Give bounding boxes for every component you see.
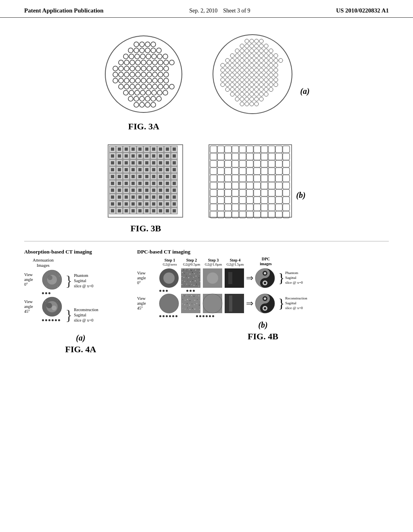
svg-rect-356 xyxy=(173,189,176,192)
fig4b-r1-img3 xyxy=(202,268,223,288)
svg-point-176 xyxy=(221,83,225,87)
svg-point-23 xyxy=(141,60,146,65)
fig4a-view0-label: Viewangle0° xyxy=(24,272,40,287)
svg-rect-482 xyxy=(275,182,282,189)
fig4a-view45-image xyxy=(42,297,62,317)
fig4a-recon-label: ReconstructionSagittalslice @ x=0 xyxy=(74,307,98,323)
svg-point-79 xyxy=(140,96,144,101)
svg-point-80 xyxy=(145,96,150,101)
svg-rect-352 xyxy=(159,189,162,192)
fig4a-title: Absorption-based CT imaging xyxy=(24,249,137,255)
svg-rect-565 xyxy=(198,269,198,270)
fig4b-r2-img2 xyxy=(181,293,201,314)
svg-rect-567 xyxy=(182,272,183,273)
svg-rect-454 xyxy=(232,168,239,175)
svg-rect-514 xyxy=(268,204,275,211)
svg-point-169 xyxy=(245,78,249,82)
svg-point-35 xyxy=(147,66,152,71)
svg-point-19 xyxy=(119,60,123,65)
header-right: US 2010/0220832 A1 xyxy=(336,7,389,14)
svg-rect-308 xyxy=(145,175,148,178)
svg-rect-615 xyxy=(189,296,190,297)
svg-rect-288 xyxy=(145,168,148,171)
svg-point-182 xyxy=(250,83,254,87)
svg-rect-417 xyxy=(209,145,292,217)
svg-rect-260 xyxy=(118,161,121,164)
svg-point-120 xyxy=(245,58,249,62)
fig4a-brace-top: } xyxy=(65,274,72,288)
fig3b-right-diagram: (b) xyxy=(208,144,305,218)
svg-rect-501 xyxy=(254,197,261,204)
svg-point-199 xyxy=(235,92,239,96)
svg-rect-420 xyxy=(225,146,232,153)
svg-point-161 xyxy=(264,73,268,77)
svg-rect-264 xyxy=(131,161,135,164)
svg-rect-274 xyxy=(166,161,169,164)
svg-point-545 xyxy=(46,303,52,308)
svg-rect-398 xyxy=(111,209,114,212)
svg-point-111 xyxy=(254,54,259,58)
svg-rect-631 xyxy=(189,305,190,305)
svg-rect-468 xyxy=(254,175,261,182)
fig4b-arrow2: ⇒ xyxy=(246,298,253,309)
svg-point-121 xyxy=(250,58,254,62)
svg-rect-220 xyxy=(118,148,121,151)
svg-point-53 xyxy=(136,78,140,83)
fig4b-dots2 xyxy=(159,315,389,317)
fig4a-paren: (a) xyxy=(24,333,137,343)
fig3b-left-svg: // Will be rendered as static SVG patter… xyxy=(107,144,184,218)
svg-rect-346 xyxy=(138,189,142,192)
svg-point-201 xyxy=(245,92,249,96)
svg-point-533 xyxy=(52,280,56,284)
svg-rect-465 xyxy=(232,175,239,182)
svg-rect-475 xyxy=(225,182,232,189)
svg-point-87 xyxy=(213,35,292,114)
svg-rect-504 xyxy=(275,197,282,204)
svg-point-113 xyxy=(264,54,268,58)
svg-point-94 xyxy=(250,44,254,48)
svg-rect-573 xyxy=(197,272,198,273)
svg-point-62 xyxy=(136,84,140,89)
svg-rect-562 xyxy=(191,270,192,271)
svg-rect-627 xyxy=(199,300,200,301)
svg-point-69 xyxy=(123,90,128,95)
svg-rect-502 xyxy=(261,197,268,204)
svg-point-51 xyxy=(124,78,129,83)
svg-point-115 xyxy=(274,54,278,58)
svg-point-196 xyxy=(264,87,268,91)
svg-point-49 xyxy=(113,78,118,83)
svg-rect-512 xyxy=(254,204,261,211)
svg-rect-633 xyxy=(194,304,195,305)
svg-rect-416 xyxy=(173,209,176,212)
svg-rect-402 xyxy=(125,209,128,212)
svg-point-81 xyxy=(151,96,156,101)
svg-rect-340 xyxy=(118,189,121,192)
svg-point-82 xyxy=(156,96,161,101)
svg-rect-312 xyxy=(159,175,162,178)
svg-point-12 xyxy=(129,54,134,59)
svg-rect-471 xyxy=(275,175,282,182)
svg-point-39 xyxy=(113,72,118,77)
svg-rect-358 xyxy=(111,195,114,199)
fig4b-r2-img3 xyxy=(202,293,223,314)
svg-point-143 xyxy=(235,68,239,72)
svg-point-600 xyxy=(207,272,218,284)
svg-rect-647 xyxy=(229,295,232,312)
svg-rect-437 xyxy=(268,153,275,160)
svg-rect-576 xyxy=(184,277,184,278)
svg-point-135 xyxy=(254,63,259,67)
fig4a-brace-bottom: } xyxy=(65,308,72,322)
fig4a-view0-image xyxy=(42,270,62,290)
svg-point-160 xyxy=(259,73,263,77)
fig4b-step3-header: Step 3 G2@1.0μm xyxy=(203,258,224,266)
svg-rect-400 xyxy=(118,209,121,212)
fig4a-layout: Attenuation Images Viewangle0° xyxy=(24,258,137,330)
svg-rect-431 xyxy=(225,153,232,160)
svg-point-207 xyxy=(240,97,244,101)
svg-rect-601 xyxy=(225,268,244,288)
svg-rect-408 xyxy=(145,209,148,212)
svg-rect-428 xyxy=(283,146,290,153)
svg-point-59 xyxy=(119,84,123,89)
svg-point-206 xyxy=(235,97,239,101)
svg-rect-430 xyxy=(217,153,224,160)
